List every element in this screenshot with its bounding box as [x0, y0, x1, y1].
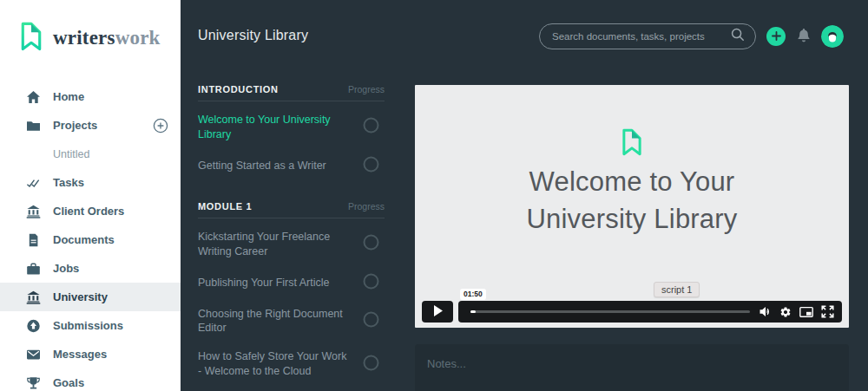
- fullscreen-icon[interactable]: [821, 305, 834, 318]
- sidebar-item-goals[interactable]: Goals: [0, 368, 181, 391]
- lesson-item[interactable]: How to Safely Store Your Work - Welcome …: [198, 342, 385, 386]
- briefcase-icon: [26, 262, 41, 276]
- sidebar-item-client-orders[interactable]: Client Orders: [0, 197, 181, 225]
- sidebar-item-submissions[interactable]: Submissions: [0, 311, 181, 340]
- progress-column-label: Progress: [348, 201, 385, 212]
- section-title: INTRODUCTION: [198, 84, 279, 94]
- sidebar-item-home[interactable]: Home: [0, 82, 181, 111]
- time-tooltip: 01:50: [460, 289, 486, 300]
- sidebar-item-label: Documents: [53, 233, 115, 246]
- bookmark-icon: [19, 22, 43, 55]
- lesson-item[interactable]: Publishing Your First Article: [198, 266, 385, 300]
- sidebar-item-messages[interactable]: Messages: [0, 340, 181, 368]
- sidebar-nav: Home Projects Untitled Tasks: [0, 82, 181, 391]
- search-icon[interactable]: [731, 28, 745, 45]
- add-button[interactable]: [766, 27, 786, 46]
- sidebar-item-label: Submissions: [53, 319, 123, 332]
- sidebar-item-label: Projects: [53, 119, 97, 132]
- brand-name: writerswork: [53, 27, 161, 49]
- upload-circle-icon: [26, 319, 41, 333]
- sidebar-item-label: Jobs: [53, 262, 79, 275]
- lesson-title: Publishing Your First Article: [198, 276, 329, 290]
- timeline-played: [470, 310, 476, 313]
- main-content: University Library: [181, 0, 868, 391]
- video-slide-title: Welcome to Your University Library: [415, 164, 849, 238]
- app-window: writerswork Home Projects Untitled: [0, 0, 868, 391]
- script-badge: script 1: [654, 282, 700, 297]
- video-title-line2: University Library: [415, 201, 849, 238]
- notes-input[interactable]: [415, 344, 849, 391]
- lesson-item[interactable]: Welcome to Your University Library: [198, 106, 385, 149]
- sidebar-item-label: Untitled: [53, 148, 89, 160]
- sidebar-item-label: Messages: [53, 348, 107, 361]
- lesson-item[interactable]: Choosing the Right Document Editor: [198, 300, 385, 343]
- progress-column-label: Progress: [348, 84, 385, 94]
- course-section-introduction: INTRODUCTION Progress Welcome to Your Un…: [198, 84, 385, 183]
- add-project-button[interactable]: [153, 118, 168, 134]
- sidebar: writerswork Home Projects Untitled: [0, 0, 181, 391]
- notifications-button[interactable]: [796, 29, 811, 44]
- sidebar-item-projects[interactable]: Projects: [0, 111, 181, 140]
- sidebar-item-university[interactable]: University: [0, 283, 181, 311]
- lesson-item[interactable]: Kickstarting Your Freelance Writing Care…: [198, 223, 385, 266]
- section-divider: [198, 101, 385, 101]
- search-input[interactable]: [552, 31, 731, 42]
- progress-circle-icon[interactable]: [363, 311, 379, 331]
- sidebar-item-label: Tasks: [53, 176, 84, 189]
- settings-gear-icon[interactable]: [779, 306, 792, 318]
- double-check-icon: [26, 176, 41, 190]
- lesson-title: Welcome to Your University Library: [198, 113, 347, 142]
- bank-icon: [26, 290, 41, 304]
- progress-circle-icon[interactable]: [363, 273, 379, 293]
- progress-circle-icon[interactable]: [363, 117, 379, 137]
- notes-panel: [415, 344, 849, 391]
- envelope-icon: [26, 348, 41, 362]
- volume-icon[interactable]: [760, 306, 772, 317]
- plus-icon: [772, 29, 781, 44]
- bell-icon: [797, 28, 811, 46]
- lesson-list-panel: INTRODUCTION Progress Welcome to Your Un…: [198, 0, 385, 391]
- sidebar-item-label: Home: [53, 90, 84, 103]
- play-icon: [433, 304, 443, 320]
- sidebar-item-label: Client Orders: [53, 205, 124, 218]
- sidebar-item-label: Goals: [53, 376, 84, 389]
- video-title-line1: Welcome to Your: [415, 164, 849, 201]
- brand-word-primary: writers: [53, 27, 115, 49]
- sidebar-item-jobs[interactable]: Jobs: [0, 254, 181, 283]
- progress-circle-icon[interactable]: [363, 234, 379, 254]
- video-bookmark-icon: [415, 85, 849, 156]
- bank-icon: [26, 205, 41, 218]
- progress-circle-icon[interactable]: [363, 355, 379, 375]
- document-icon: [26, 233, 41, 247]
- section-title: MODULE 1: [198, 201, 252, 212]
- play-button[interactable]: [422, 301, 453, 323]
- header-actions: [539, 23, 844, 49]
- progress-circle-icon[interactable]: [363, 156, 379, 176]
- brand-logo[interactable]: writerswork: [0, 0, 181, 55]
- video-player[interactable]: Welcome to Your University Library scrip…: [415, 85, 849, 328]
- trophy-icon: [26, 376, 41, 390]
- brand-word-secondary: work: [115, 27, 161, 49]
- video-control-bar: 01:50: [458, 301, 842, 323]
- timeline-scrubber[interactable]: [470, 310, 750, 313]
- lesson-title: Kickstarting Your Freelance Writing Care…: [198, 230, 347, 259]
- lesson-title: Getting Started as a Writer: [198, 159, 326, 173]
- course-section-module-1: MODULE 1 Progress Kickstarting Your Free…: [198, 201, 385, 391]
- picture-in-picture-icon[interactable]: [799, 306, 813, 318]
- section-divider: [198, 218, 385, 218]
- lesson-item[interactable]: Getting Started as a Writer: [198, 149, 385, 183]
- sidebar-item-tasks[interactable]: Tasks: [0, 168, 181, 197]
- folder-icon: [26, 119, 41, 133]
- sidebar-item-documents[interactable]: Documents: [0, 225, 181, 254]
- lesson-title: Choosing the Right Document Editor: [198, 307, 347, 336]
- avatar[interactable]: [821, 25, 844, 48]
- lesson-item[interactable]: Organization and Communication: [198, 386, 385, 391]
- sidebar-item-untitled[interactable]: Untitled: [0, 140, 181, 168]
- lesson-title: How to Safely Store Your Work - Welcome …: [198, 349, 347, 379]
- search-bar[interactable]: [539, 23, 756, 49]
- home-icon: [26, 90, 41, 104]
- sidebar-item-label: University: [53, 290, 108, 303]
